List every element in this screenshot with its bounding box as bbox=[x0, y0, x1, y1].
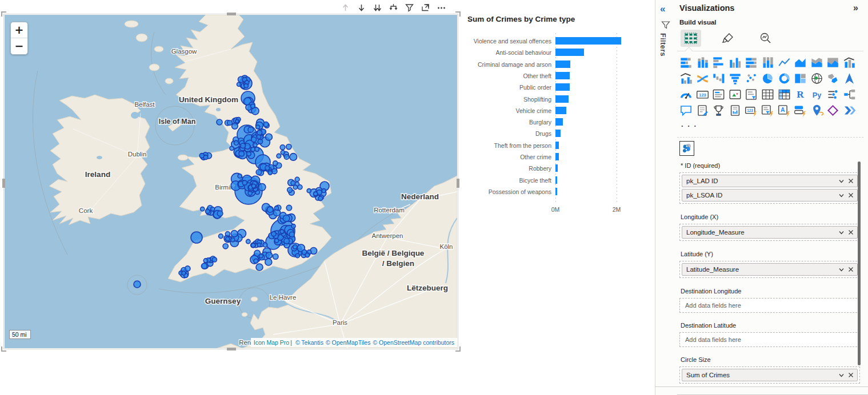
resize-handle-top[interactable] bbox=[227, 13, 236, 15]
collapse-visualizations-pane-button[interactable]: » bbox=[853, 3, 858, 13]
crime-bubble[interactable] bbox=[254, 259, 258, 264]
crime-bubble[interactable] bbox=[263, 122, 268, 127]
bar-chart-visual[interactable]: Sum of Crimes by Crime type Violence and… bbox=[463, 6, 651, 218]
tab-analytics[interactable] bbox=[755, 30, 775, 47]
tab-format-visual[interactable] bbox=[718, 30, 738, 47]
crime-bubble[interactable] bbox=[322, 189, 326, 193]
focus-mode-icon[interactable] bbox=[421, 3, 430, 13]
crime-bubble[interactable] bbox=[290, 154, 297, 161]
more-options-icon[interactable] bbox=[437, 3, 446, 13]
bar[interactable] bbox=[555, 142, 559, 149]
crime-bubble[interactable] bbox=[217, 119, 222, 125]
well-dropzone-empty[interactable]: Add data fields here bbox=[679, 332, 860, 347]
gallery-icon-filled-map[interactable] bbox=[826, 72, 839, 85]
bar[interactable] bbox=[555, 72, 570, 79]
remove-field-icon[interactable] bbox=[848, 267, 854, 272]
gallery-icon-arcgis-map[interactable] bbox=[810, 104, 823, 117]
bar[interactable] bbox=[555, 95, 569, 103]
crime-bubble[interactable] bbox=[253, 143, 257, 147]
bar[interactable] bbox=[555, 164, 558, 172]
bar[interactable] bbox=[555, 188, 557, 195]
crime-bubble[interactable] bbox=[280, 229, 284, 233]
crime-bubble[interactable] bbox=[289, 232, 294, 237]
gallery-icon-100-stacked-bar-chart[interactable] bbox=[745, 56, 758, 69]
bar[interactable] bbox=[555, 118, 563, 126]
resize-handle-top-left[interactable] bbox=[1, 11, 6, 17]
crime-bubble[interactable] bbox=[263, 243, 267, 247]
crime-bubble[interactable] bbox=[219, 234, 223, 239]
crime-bubble[interactable] bbox=[286, 144, 291, 150]
crime-bubble[interactable] bbox=[248, 127, 253, 132]
crime-bubble[interactable] bbox=[284, 239, 289, 244]
crime-bubble[interactable] bbox=[211, 207, 215, 211]
gallery-icon-table[interactable] bbox=[761, 88, 774, 101]
bar[interactable] bbox=[555, 153, 559, 160]
chevron-down-icon[interactable] bbox=[838, 372, 845, 378]
crime-bubble[interactable] bbox=[266, 252, 272, 259]
field-pill-pk-lsoa-id[interactable]: pk_LSOA ID bbox=[682, 189, 858, 201]
field-pill-sum-of-crimes[interactable]: Sum of Crimes bbox=[682, 369, 858, 381]
drill-down-icon[interactable] bbox=[357, 3, 366, 13]
well-dropzone[interactable]: Longitude_Measure bbox=[679, 224, 860, 241]
filters-applied-icon[interactable] bbox=[405, 3, 414, 13]
crime-bubble[interactable] bbox=[226, 237, 230, 241]
crime-bubble[interactable] bbox=[284, 155, 289, 160]
crime-bubble[interactable] bbox=[266, 134, 273, 140]
crime-bubble[interactable] bbox=[203, 155, 208, 160]
bar[interactable] bbox=[555, 107, 566, 114]
gallery-icon-metrics[interactable] bbox=[712, 104, 725, 117]
crime-bubble[interactable] bbox=[230, 146, 234, 150]
remove-field-icon[interactable] bbox=[848, 229, 854, 235]
chevron-down-icon[interactable] bbox=[838, 229, 845, 236]
crime-bubble[interactable] bbox=[274, 206, 278, 210]
crime-bubble[interactable] bbox=[212, 257, 217, 262]
crime-bubble[interactable] bbox=[231, 231, 238, 237]
gallery-icon-donut-chart[interactable] bbox=[778, 72, 791, 85]
crime-bubble[interactable] bbox=[267, 207, 273, 212]
crime-bubble[interactable] bbox=[268, 171, 272, 175]
crime-bubble[interactable] bbox=[203, 259, 207, 263]
crime-bubble[interactable] bbox=[238, 174, 242, 178]
bar[interactable] bbox=[555, 130, 561, 137]
attribution-brand[interactable]: Icon Map Pro bbox=[254, 339, 289, 346]
crime-bubble[interactable] bbox=[287, 187, 293, 192]
zoom-out-button[interactable]: − bbox=[11, 38, 27, 54]
resize-handle-top-right[interactable] bbox=[455, 11, 461, 17]
gallery-icon-power-automate[interactable] bbox=[843, 104, 856, 117]
crime-bubble[interactable] bbox=[241, 143, 246, 148]
crime-bubble[interactable] bbox=[277, 154, 281, 158]
remove-field-icon[interactable] bbox=[848, 372, 854, 378]
gallery-icon-power-apps[interactable] bbox=[826, 104, 839, 117]
crime-bubble[interactable] bbox=[265, 166, 270, 170]
gallery-icon-clustered-column-chart[interactable] bbox=[729, 56, 742, 69]
field-pill-latitude-measure[interactable]: Latitude_Measure bbox=[682, 263, 858, 276]
gallery-icon-decomposition-tree[interactable] bbox=[843, 88, 856, 101]
crime-bubble[interactable] bbox=[185, 266, 190, 271]
crime-bubble[interactable] bbox=[271, 232, 276, 236]
bar[interactable] bbox=[555, 37, 621, 45]
gallery-icon-multi-row-card[interactable] bbox=[712, 88, 725, 101]
gallery-icon-key-influencers[interactable] bbox=[826, 88, 839, 101]
crime-bubble[interactable] bbox=[242, 180, 247, 185]
crime-bubble[interactable] bbox=[273, 161, 278, 166]
remove-field-icon[interactable] bbox=[848, 178, 854, 184]
gallery-icon-paginated-report[interactable] bbox=[729, 104, 742, 117]
gallery-icon-stacked-column-chart[interactable] bbox=[696, 56, 709, 69]
gallery-icon-new-slicer[interactable] bbox=[761, 104, 774, 117]
crime-bubble[interactable] bbox=[275, 239, 279, 243]
icon-map-pro-gallery-icon[interactable] bbox=[679, 141, 694, 156]
gallery-icon-azure-map[interactable] bbox=[843, 72, 856, 85]
crime-bubble[interactable] bbox=[258, 184, 266, 191]
crime-bubble[interactable] bbox=[134, 281, 141, 288]
crime-bubble[interactable] bbox=[295, 177, 299, 182]
chevron-down-icon[interactable] bbox=[838, 192, 845, 199]
gallery-icon-r-script-visual[interactable]: R bbox=[794, 88, 807, 101]
gallery-icon-card[interactable]: 123 bbox=[696, 88, 709, 101]
resize-handle-left[interactable] bbox=[2, 179, 5, 188]
crime-bubble[interactable] bbox=[273, 254, 278, 259]
bar[interactable] bbox=[555, 176, 557, 184]
crime-bubble[interactable] bbox=[257, 130, 262, 135]
zoom-in-button[interactable]: + bbox=[11, 22, 27, 38]
resize-handle-bottom-left[interactable] bbox=[1, 346, 6, 352]
crime-bubble[interactable] bbox=[235, 119, 239, 123]
